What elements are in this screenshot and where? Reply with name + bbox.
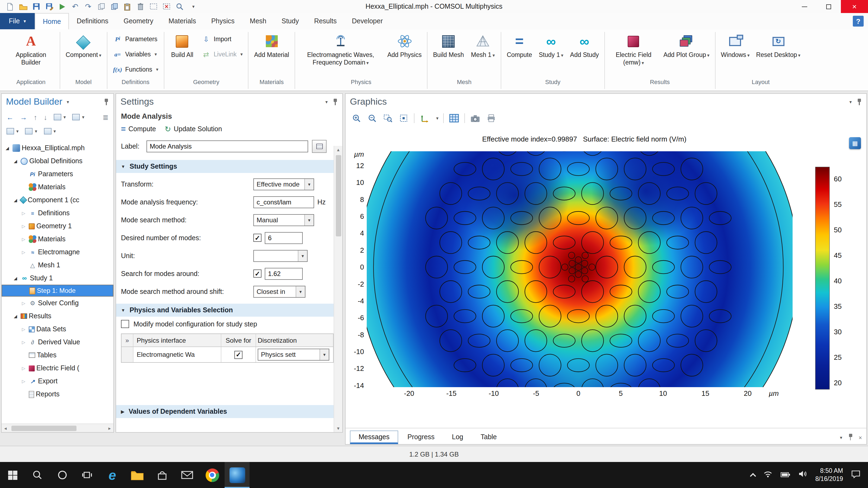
tree-view-button[interactable]: ▾ [44,128,56,134]
scrollbar-thumb[interactable] [11,425,76,431]
ribbon-tab-mesh[interactable]: Mesh [242,13,274,29]
pin-icon[interactable] [333,98,338,105]
section-values-dependent[interactable]: ▶ Values of Dependent Variables [116,405,334,418]
tree-item-parameters[interactable]: PiParameters [2,167,113,181]
tree-expander-icon[interactable]: ▷ [20,301,27,305]
tree-item-electromagne[interactable]: ▷≈Electromagne [2,246,113,259]
variables-button[interactable]: a=Variables▾ [110,48,161,61]
volume-icon[interactable] [799,470,807,480]
maximize-button[interactable] [816,0,841,13]
application-builder-button[interactable]: A Application Builder [5,30,57,76]
node-group-button[interactable]: ▾ [25,128,37,134]
default-view-button[interactable] [420,113,430,124]
physics-interface-button[interactable]: Electromagnetic Waves, Frequency Domain▾ [298,30,383,76]
copy-icon[interactable] [97,2,106,11]
chrome-icon[interactable] [199,462,225,488]
zoom-selected-button[interactable] [382,113,393,124]
tree-expander-icon[interactable]: ▷ [20,250,27,255]
tree-item-hexxa-elliptical-mph[interactable]: ◢Hexxa_Elliptical.mph [2,141,113,155]
scroll-right-icon[interactable]: ▸ [106,425,113,431]
node-settings-button[interactable]: ▾ [6,128,19,134]
modes-around-checkbox[interactable] [253,269,261,278]
build-all-button[interactable]: Build All [167,30,197,76]
tab-progress[interactable]: Progress [399,431,443,444]
tree-expander-icon[interactable]: ▷ [20,224,27,229]
ribbon-tab-geometry[interactable]: Geometry [116,13,161,29]
show-label-button[interactable] [312,140,327,153]
tree-item-component-1-cc[interactable]: ◢Component 1 (cc [2,194,113,206]
pin-icon[interactable] [848,434,853,441]
modify-configuration-checkbox[interactable] [121,320,129,328]
paste-icon[interactable] [123,2,132,11]
tab-log[interactable]: Log [444,431,471,444]
tree-expander-icon[interactable]: ◢ [4,145,11,151]
tree-item-geometry-1[interactable]: ▷Geometry 1 [2,220,113,233]
tree-expander-icon[interactable]: ◢ [12,159,19,163]
zoom-out-button[interactable] [367,113,378,124]
tree-expander-icon[interactable]: ▷ [20,327,27,332]
discretization-select[interactable]: Physics sett▾ [258,349,329,361]
solve-for-checkbox[interactable] [235,351,243,359]
zoom-extents-button[interactable] [398,113,409,124]
modes-around-input[interactable] [265,268,303,280]
tree-expander-icon[interactable]: ◢ [12,276,19,281]
delete-icon[interactable] [135,2,145,11]
start-button[interactable] [0,462,25,488]
tree-item-export[interactable]: ▷↗Export [2,375,113,388]
store-icon[interactable] [150,462,175,488]
show-hidden-icons-icon[interactable] [750,473,756,479]
vertical-scrollbar[interactable]: ▴ ▾ [334,146,342,432]
close-button[interactable]: × [841,0,868,13]
clock[interactable]: 8:50 AM 8/16/2019 [815,467,843,483]
file-explorer-icon[interactable] [125,462,150,488]
windows-button[interactable]: Windows▾ [718,30,752,76]
save-icon[interactable] [31,2,41,11]
select-box-icon[interactable] [149,2,158,11]
close-icon[interactable]: × [859,434,862,441]
tab-menu-icon[interactable]: ▾ [840,434,842,440]
update-solution-button[interactable]: ↻Update Solution [165,125,222,133]
table-row[interactable]: Electromagnetic Wa Physics sett▾ [122,347,333,362]
section-study-settings[interactable]: ▼ Study Settings [116,160,342,173]
ribbon-tab-physics[interactable]: Physics [204,13,242,29]
panel-menu-icon[interactable]: ▾ [849,99,852,105]
tree-item-study-1[interactable]: ◢∞Study 1 [2,272,113,285]
tree-expander-icon[interactable]: ▷ [20,340,27,345]
new-file-icon[interactable] [5,2,14,11]
mail-icon[interactable] [175,462,199,488]
horizontal-scrollbar[interactable]: ◂ ▸ [2,423,113,432]
search-icon[interactable] [25,462,50,488]
tree-item-definitions[interactable]: ▷≡Definitions [2,206,113,220]
ribbon-tab-study[interactable]: Study [274,13,307,29]
reset-desktop-button[interactable]: ↻ Reset Desktop▾ [753,30,803,76]
electric-field-button[interactable]: Electric Field (emw)▾ [608,30,660,76]
tree-item-electric-field[interactable]: ▷Electric Field ( [2,362,113,375]
forward-button[interactable]: → [20,113,27,121]
move-up-button[interactable]: ↑ [34,113,37,121]
compute-action-button[interactable]: =Compute [121,125,156,133]
tree-item-materials[interactable]: ▷Materials [2,233,113,246]
tab-messages[interactable]: Messages [350,430,398,444]
help-button[interactable]: ? [853,16,864,27]
tree-item-results[interactable]: ◢Results [2,310,113,323]
action-center-icon[interactable] [851,470,860,480]
build-mesh-button[interactable]: Build Mesh [430,30,467,76]
deselect-box-icon[interactable] [162,2,171,11]
study1-button[interactable]: ∞ Study 1▾ [536,30,566,76]
dropdown-caret-icon[interactable]: ▾ [436,116,439,121]
collapse-all-button[interactable]: ≣ [102,113,108,121]
ribbon-tab-materials[interactable]: Materials [161,13,204,29]
tree-item-data-sets[interactable]: ▷Data Sets [2,323,113,336]
scroll-down-icon[interactable]: ▾ [337,425,339,432]
scroll-up-icon[interactable]: ▴ [337,146,339,154]
num-modes-input[interactable] [265,232,303,244]
around-shift-select[interactable]: Closest in▾ [253,286,305,297]
open-icon[interactable] [19,2,28,11]
ribbon-tab-definitions[interactable]: Definitions [69,13,116,29]
scrollbar-thumb[interactable] [336,155,341,236]
file-menu-button[interactable]: File▾ [0,13,35,29]
table-expand-icon[interactable]: » [122,334,133,347]
undo-icon[interactable]: ↶ [70,2,80,11]
tree-item-step-1-mode[interactable]: Step 1: Mode [2,285,113,297]
import-button[interactable]: ⇩Import [198,33,246,45]
